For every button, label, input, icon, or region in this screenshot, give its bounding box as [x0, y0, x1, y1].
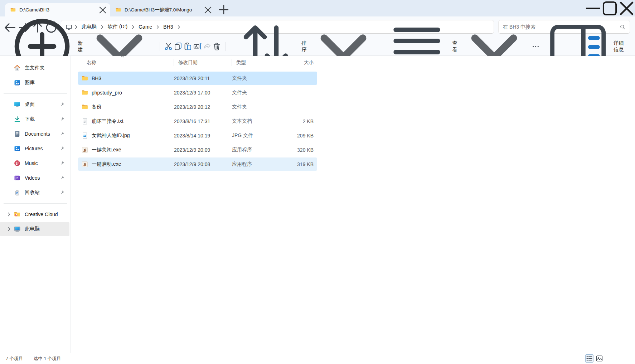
close-button[interactable] [618, 0, 635, 16]
minimize-button[interactable] [585, 0, 601, 16]
file-row[interactable]: phpstudy_pro 2023/12/9 17:00 文件夹 [78, 86, 317, 99]
sidebar-item-label: 回收站 [25, 189, 59, 196]
paste-button[interactable] [183, 40, 192, 53]
column-header-3[interactable]: 大小 [282, 56, 317, 69]
navigation-pane: 主文件夹 图库 桌面 下载 Documents Pictures Music V… [0, 56, 71, 353]
details-view-toggle[interactable] [585, 354, 593, 363]
sidebar-item-icon [14, 64, 21, 72]
sidebar-item-label: 此电脑 [25, 226, 59, 232]
icons-view-toggle[interactable] [595, 354, 604, 363]
file-size: 320 KB [282, 147, 317, 153]
sidebar-item-creative-cloud-fil[interactable]: Creative Cloud Fil [0, 207, 69, 222]
file-type: 应用程序 [232, 161, 282, 168]
sidebar-item-回收站[interactable]: 回收站 [0, 185, 69, 200]
selected-count: 选中 1 个项目 [34, 356, 61, 362]
more-options-button[interactable] [531, 40, 540, 53]
sidebar-item-主文件夹[interactable]: 主文件夹 [0, 61, 69, 75]
file-name: 一键启动.exe [92, 161, 121, 168]
new-button-label: 新建 [78, 40, 84, 53]
explorer-tab[interactable]: D:\Game\BH3一键端7.0\Mongo [110, 3, 215, 16]
expander-chevron-icon[interactable] [4, 212, 14, 217]
file-row[interactable]: 一键启动.exe 2023/12/9 20:08 应用程序 319 KB [78, 157, 317, 171]
column-header-1[interactable]: 修改日期 [174, 56, 232, 69]
window-controls [585, 0, 635, 16]
file-row[interactable]: 崩坏三指令.txt 2023/8/16 17:31 文本文档 2 KB [78, 115, 317, 128]
column-header-2[interactable]: 类型 [232, 56, 282, 69]
sidebar-item-icon [14, 225, 21, 233]
sidebar-item-图库[interactable]: 图库 [0, 76, 69, 90]
file-row[interactable]: 备份 2023/12/9 20:12 文件夹 [78, 100, 317, 113]
expander-chevron-icon[interactable] [4, 160, 14, 166]
file-date: 2023/12/9 20:12 [174, 104, 232, 110]
sidebar-item-label: Creative Cloud Fil [25, 212, 59, 217]
file-row[interactable]: BH3 2023/12/9 20:11 文件夹 [78, 72, 317, 85]
expander-chevron-icon[interactable] [4, 175, 14, 181]
sidebar-item-documents[interactable]: Documents [0, 127, 69, 141]
sidebar-item-icon [14, 174, 21, 181]
tab-close-button[interactable] [204, 6, 212, 14]
sidebar-item-videos[interactable]: Videos [0, 171, 69, 185]
pin-icon [59, 175, 64, 180]
pin-icon [59, 212, 64, 217]
new-button[interactable]: 新建 [6, 40, 156, 53]
expander-chevron-icon[interactable] [4, 80, 14, 86]
rename-icon [193, 42, 202, 51]
pin-icon [59, 227, 64, 232]
expander-chevron-icon[interactable] [4, 116, 14, 122]
folder-icon [115, 7, 121, 13]
expander-chevron-icon[interactable] [4, 226, 14, 232]
file-list-pane: 名称修改日期类型大小 BH3 2023/12/9 20:11 文件夹 phpst… [71, 56, 635, 353]
file-row[interactable]: 一键关闭.exe 2023/12/9 20:09 应用程序 320 KB [78, 143, 317, 156]
sidebar-item-此电脑[interactable]: 此电脑 [0, 222, 69, 236]
sidebar-item-桌面[interactable]: 桌面 [0, 97, 69, 112]
tab-title: D:\Game\BH3一键端7.0\Mongo [125, 7, 201, 13]
copy-icon [174, 42, 183, 51]
copy-button[interactable] [174, 40, 183, 53]
sidebar-item-下载[interactable]: 下载 [0, 112, 69, 126]
expander-chevron-icon[interactable] [4, 102, 14, 107]
sidebar-item-label: 桌面 [25, 101, 59, 108]
file-icon [81, 75, 88, 82]
sidebar-item-label: 下载 [25, 116, 59, 122]
file-size: 2 KB [282, 118, 317, 124]
sort-button[interactable]: 排序 [229, 40, 379, 53]
sidebar-item-pictures[interactable]: Pictures [0, 141, 69, 156]
sidebar-item-music[interactable]: Music [0, 156, 69, 170]
new-tab-button[interactable] [218, 4, 229, 15]
sidebar-item-icon [14, 211, 21, 218]
minimize-icon [585, 0, 601, 17]
file-explorer-window: D:\Game\BH3 D:\Game\BH3一键端7.0\Mongo 此电脑软… [0, 0, 635, 364]
file-name: 一键关闭.exe [92, 147, 121, 153]
view-button[interactable]: 查看 [380, 40, 530, 53]
delete-button[interactable] [212, 40, 221, 53]
breadcrumb-item[interactable]: BH3 [160, 23, 176, 31]
share-icon [203, 42, 212, 51]
search-icon [620, 24, 625, 30]
chevron-right-icon[interactable] [155, 24, 160, 30]
file-name: BH3 [92, 76, 101, 81]
sidebar-item-label: 图库 [25, 79, 59, 86]
file-row[interactable]: 女武神人物ID.jpg 2023/8/14 10:19 JPG 文件 209 K… [78, 129, 317, 142]
sidebar-item-label: Videos [25, 175, 59, 181]
list-view-icon [586, 355, 593, 362]
sidebar-item-label: Pictures [25, 146, 59, 151]
rename-button[interactable] [193, 40, 202, 53]
explorer-tab[interactable]: D:\Game\BH3 [5, 3, 110, 16]
expander-chevron-icon[interactable] [4, 131, 14, 137]
sidebar-divider [4, 203, 67, 204]
expander-chevron-icon[interactable] [4, 146, 14, 151]
expander-chevron-icon[interactable] [4, 65, 14, 71]
column-header-0[interactable]: 名称 [78, 56, 174, 69]
cut-button[interactable] [164, 40, 173, 53]
details-pane-button[interactable]: 详细信息 [542, 40, 629, 53]
tab-close-button[interactable] [99, 6, 107, 14]
pin-icon [59, 161, 64, 166]
plus-icon [218, 4, 229, 15]
sidebar-item-icon [14, 116, 21, 123]
file-type: 文件夹 [232, 89, 282, 96]
chevron-right-icon[interactable] [176, 24, 181, 30]
column-headers: 名称修改日期类型大小 [78, 56, 317, 69]
maximize-button[interactable] [601, 0, 618, 16]
pin-icon [59, 146, 64, 151]
expander-chevron-icon[interactable] [4, 190, 14, 195]
